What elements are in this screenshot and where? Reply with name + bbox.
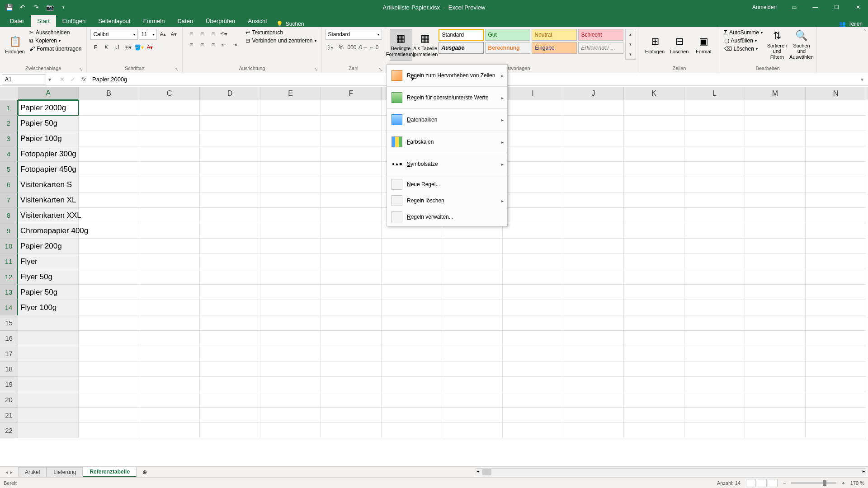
column-header-I[interactable]: I — [503, 87, 563, 100]
cell[interactable] — [260, 131, 321, 146]
cell[interactable] — [503, 223, 563, 239]
cell[interactable] — [321, 208, 382, 223]
tab-einfuegen[interactable]: Einfügen — [56, 15, 92, 27]
sheet-tab-artikel[interactable]: Artikel — [18, 467, 47, 477]
cell[interactable] — [806, 315, 866, 331]
cell[interactable] — [79, 377, 139, 392]
cell[interactable] — [321, 361, 382, 377]
cell[interactable] — [806, 377, 866, 392]
cell[interactable] — [382, 377, 442, 392]
cell[interactable] — [563, 361, 624, 377]
fill-button[interactable]: ▢Ausfüllen▾ — [723, 37, 764, 44]
cell[interactable] — [442, 331, 503, 346]
cell[interactable] — [260, 254, 321, 269]
cell[interactable] — [684, 346, 745, 361]
cell[interactable] — [200, 162, 260, 177]
cell[interactable] — [79, 254, 139, 269]
cell[interactable] — [624, 208, 684, 223]
cell[interactable] — [563, 392, 624, 408]
cell[interactable] — [503, 146, 563, 162]
cell[interactable] — [745, 192, 806, 208]
cell[interactable] — [503, 331, 563, 346]
cell[interactable] — [503, 408, 563, 423]
cell[interactable] — [139, 116, 200, 131]
menu-manage-rules[interactable]: Regeln verwalten... — [387, 209, 507, 225]
row-header[interactable]: 6 — [0, 177, 18, 192]
cell[interactable] — [79, 423, 139, 438]
cell[interactable] — [442, 408, 503, 423]
style-ausgabe[interactable]: Ausgabe — [439, 42, 484, 54]
cell[interactable] — [624, 346, 684, 361]
currency-icon[interactable]: ₿▾ — [326, 42, 335, 52]
cell[interactable] — [563, 146, 624, 162]
cell[interactable] — [745, 315, 806, 331]
column-header-E[interactable]: E — [260, 87, 321, 100]
align-right-icon[interactable]: ≡ — [208, 40, 218, 50]
cell[interactable] — [624, 239, 684, 254]
cell[interactable] — [79, 177, 139, 192]
bold-button[interactable]: F — [90, 42, 100, 52]
cell[interactable] — [806, 285, 866, 300]
cell[interactable]: Flyer — [18, 254, 79, 269]
cell[interactable] — [139, 131, 200, 146]
cell[interactable] — [321, 377, 382, 392]
row-header[interactable]: 10 — [0, 239, 18, 254]
cell[interactable] — [563, 208, 624, 223]
cell[interactable] — [745, 254, 806, 269]
cell[interactable] — [139, 192, 200, 208]
cell[interactable] — [18, 361, 79, 377]
cell[interactable]: Visitenkarten XL — [18, 192, 79, 208]
cell[interactable] — [442, 285, 503, 300]
row-header[interactable]: 12 — [0, 269, 18, 285]
select-all-corner[interactable] — [0, 87, 18, 100]
cell[interactable] — [260, 285, 321, 300]
cell[interactable] — [503, 162, 563, 177]
cell[interactable] — [503, 285, 563, 300]
fill-color-button[interactable]: 🪣▾ — [134, 42, 144, 52]
indent-dec-icon[interactable]: ⇤ — [219, 40, 229, 50]
style-gut[interactable]: Gut — [485, 29, 530, 41]
cell[interactable] — [806, 392, 866, 408]
cell[interactable] — [745, 423, 806, 438]
cell[interactable] — [200, 254, 260, 269]
cell[interactable] — [563, 100, 624, 116]
cell[interactable] — [139, 208, 200, 223]
cell[interactable] — [200, 192, 260, 208]
cell[interactable] — [806, 223, 866, 239]
menu-data-bars[interactable]: Datenbalken ▸ — [387, 110, 507, 130]
column-header-C[interactable]: C — [139, 87, 200, 100]
cell[interactable] — [321, 315, 382, 331]
fx-icon[interactable]: fx — [79, 76, 89, 83]
cell[interactable] — [684, 146, 745, 162]
cell[interactable] — [745, 146, 806, 162]
align-top-icon[interactable]: ≡ — [186, 29, 196, 39]
cell[interactable] — [200, 423, 260, 438]
cell[interactable] — [624, 315, 684, 331]
clipboard-launcher-icon[interactable]: ⤡ — [79, 67, 83, 72]
menu-new-rule[interactable]: Neue Regel... — [387, 176, 507, 192]
add-sheet-button[interactable]: ⊕ — [139, 468, 150, 477]
minimize-icon[interactable]: — — [805, 0, 826, 14]
format-painter-button[interactable]: 🖌Format übertragen — [28, 45, 83, 52]
cell[interactable] — [79, 192, 139, 208]
cell[interactable] — [745, 131, 806, 146]
cell[interactable] — [382, 392, 442, 408]
cell[interactable] — [79, 315, 139, 331]
cell[interactable] — [260, 116, 321, 131]
cell[interactable] — [442, 254, 503, 269]
cell[interactable] — [260, 239, 321, 254]
cell[interactable] — [745, 116, 806, 131]
cell[interactable] — [321, 116, 382, 131]
tab-ansicht[interactable]: Ansicht — [241, 15, 274, 27]
cell[interactable] — [79, 131, 139, 146]
cell[interactable] — [139, 408, 200, 423]
cell[interactable] — [684, 254, 745, 269]
cell[interactable] — [139, 177, 200, 192]
cell[interactable] — [260, 177, 321, 192]
conditional-formatting-button[interactable]: ▦ Bedingte Formatierung — [390, 29, 412, 61]
cell[interactable] — [503, 315, 563, 331]
style-eingabe[interactable]: Eingabe — [532, 42, 577, 54]
cell[interactable] — [503, 300, 563, 315]
cell[interactable] — [139, 346, 200, 361]
cell[interactable] — [624, 285, 684, 300]
